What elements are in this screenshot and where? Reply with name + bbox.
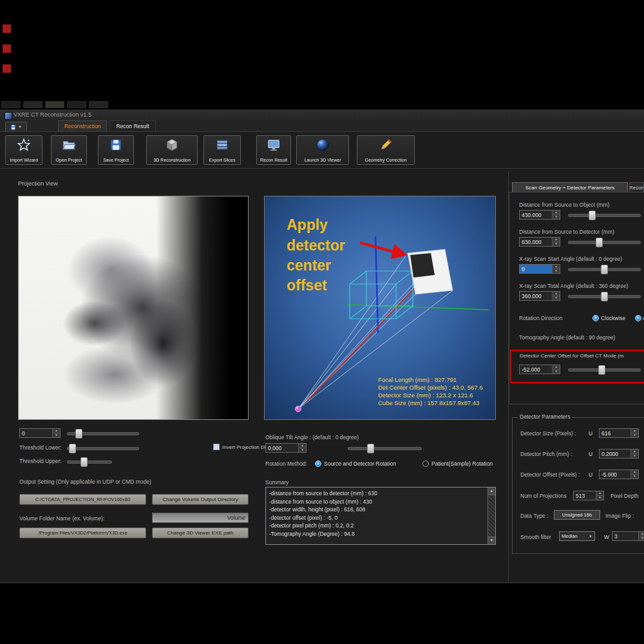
tab-recon-result[interactable]: Recon Result [109,120,156,131]
export-slices-button[interactable]: Export Slices [204,135,241,165]
arrow-down-icon[interactable]: ▼ [553,269,560,273]
arrow-up-icon[interactable]: ▲ [299,444,306,448]
smooth-filter-dropdown[interactable]: Median ▼ [559,531,595,541]
stepper-arrows[interactable]: ▲▼ [630,470,638,478]
arrow-up-icon[interactable]: ▲ [53,429,60,433]
scroll-up-icon[interactable]: ▲ [488,488,495,495]
arrow-up-icon[interactable]: ▲ [639,532,644,536]
stepper-arrows[interactable]: ▲▼ [52,429,60,437]
arrow-up-icon[interactable]: ▲ [631,429,638,433]
anticlockwise-radio[interactable] [635,315,641,321]
summary-scrollbar[interactable]: ▲ ▼ [488,488,495,544]
detector-size-stepper[interactable]: 616 ▲▼ [599,428,639,438]
projection-index-slider[interactable] [67,429,139,437]
arrow-up-icon[interactable]: ▲ [631,470,638,475]
scroll-down-icon[interactable]: ▼ [488,536,495,544]
arrow-down-icon[interactable]: ▼ [299,448,306,452]
tab-scan-geometry[interactable]: Scan Geometry + Detector Parameters [512,182,628,193]
3d-reconstruction-button[interactable]: 3D Reconstruction [146,135,198,165]
slider-thumb[interactable] [601,265,608,274]
stepper-arrows[interactable]: ▲▼ [552,265,560,273]
threshold-lower-slider[interactable] [67,444,139,452]
stepper-value[interactable]: 0.000 [266,444,298,452]
stepper-value[interactable]: 360.000 [520,292,552,300]
arrow-down-icon[interactable]: ▼ [631,433,638,437]
stepper-arrows[interactable]: ▲▼ [630,450,638,458]
stepper-value[interactable]: 0.2000 [600,450,630,458]
arrow-down-icon[interactable]: ▼ [553,370,560,374]
slider-thumb[interactable] [69,444,76,453]
patient-rotation-radio[interactable] [422,460,429,467]
arrow-up-icon[interactable]: ▲ [553,292,560,296]
stepper-arrows[interactable]: ▲▼ [552,238,560,246]
num-projections-stepper[interactable]: 513 ▲▼ [573,491,604,500]
clockwise-radio[interactable] [592,315,599,321]
3d-geometry-view[interactable]: Apply detector center offset Focal Lengt… [265,196,495,419]
slider-thumb[interactable] [75,429,82,439]
w-stepper[interactable]: 3 ▲▼ [612,531,644,541]
slider-track[interactable] [568,241,641,244]
stepper-value[interactable]: 0 [20,429,52,437]
arrow-down-icon[interactable]: ▼ [631,454,638,458]
detector-center-offset-slider[interactable] [568,365,641,374]
stepper-arrows[interactable]: ▲▼ [638,532,644,540]
volume-folder-field[interactable]: Volume [152,513,249,523]
slider-track[interactable] [67,447,139,450]
recon-result-button[interactable]: Recon Result [256,135,291,165]
slider-thumb[interactable] [598,365,605,375]
slider-thumb[interactable] [367,444,374,453]
arrow-up-icon[interactable]: ▲ [596,491,603,496]
invert-projection-checkbox[interactable] [213,444,220,450]
stepper-arrows[interactable]: ▲▼ [596,491,603,500]
stepper-arrows[interactable]: ▲▼ [630,429,638,437]
stepper-value[interactable]: -5.000 [600,470,630,478]
data-type-value-button[interactable]: Unsigned 16b [554,510,600,520]
source-object-distance-slider[interactable] [568,211,641,219]
arrow-up-icon[interactable]: ▲ [553,238,560,242]
detector-offset-stepper[interactable]: -5.000 ▲▼ [599,469,639,479]
slider-thumb[interactable] [80,457,88,467]
import-wizard-button[interactable]: Import Wizard [5,135,43,165]
slider-thumb[interactable] [596,238,603,247]
tab-recon[interactable]: Recon [629,182,644,193]
dropdown-value[interactable]: Median [562,533,578,539]
stepper-value[interactable]: 430.000 [520,211,552,219]
save-project-button[interactable]: Save Project [98,135,134,165]
quick-save-button[interactable]: ▼ [5,122,27,132]
slider-thumb[interactable] [601,292,608,301]
stepper-value[interactable]: 630.000 [520,238,552,246]
stepper-value[interactable]: 3 [612,532,638,540]
stepper-arrows[interactable]: ▲▼ [552,211,560,219]
arrow-up-icon[interactable]: ▲ [553,265,560,269]
arrow-down-icon[interactable]: ▼ [596,496,603,500]
arrow-down-icon[interactable]: ▼ [631,475,638,478]
arrow-down-icon[interactable]: ▼ [553,215,560,219]
viewer-exe-path-button[interactable]: /Program Files/VX3D2/PlatformVX3D.exe [19,527,146,538]
source-detector-rotation-radio[interactable] [315,460,321,467]
arrow-down-icon[interactable]: ▼ [639,536,644,540]
stepper-value[interactable]: 0 [520,265,552,273]
threshold-upper-slider[interactable] [67,457,112,466]
stepper-arrows[interactable]: ▲▼ [552,292,560,300]
scan-start-angle-stepper[interactable]: 0 ▲▼ [519,264,560,274]
source-detector-distance-slider[interactable] [568,238,641,246]
slider-thumb[interactable] [589,211,596,220]
oblique-tilt-stepper[interactable]: 0.000 ▲▼ [265,443,307,453]
arrow-down-icon[interactable]: ▼ [553,242,560,246]
output-directory-button[interactable]: C:/CTDATA_PROJECTION_RF/FOV160x80 [19,494,146,505]
slider-track[interactable] [67,460,112,464]
scan-total-angle-slider[interactable] [568,292,641,300]
oblique-tilt-slider[interactable] [348,444,422,452]
stepper-arrows[interactable]: ▲▼ [298,444,306,452]
slider-track[interactable] [348,447,422,450]
tab-reconstruction[interactable]: Reconstruction [58,120,107,131]
scan-total-angle-stepper[interactable]: 360.000 ▲▼ [519,291,560,301]
slider-track[interactable] [568,214,641,217]
source-detector-distance-stepper[interactable]: 630.000 ▲▼ [519,237,560,247]
launch-3d-viewer-button[interactable]: Launch 3D Viewer [296,135,349,165]
arrow-up-icon[interactable]: ▲ [553,211,560,215]
stepper-value[interactable]: 513 [574,491,596,500]
stepper-arrows[interactable]: ▲▼ [552,365,560,374]
open-project-button[interactable]: Open Project [51,135,87,165]
detector-pitch-stepper[interactable]: 0.2000 ▲▼ [599,449,639,459]
